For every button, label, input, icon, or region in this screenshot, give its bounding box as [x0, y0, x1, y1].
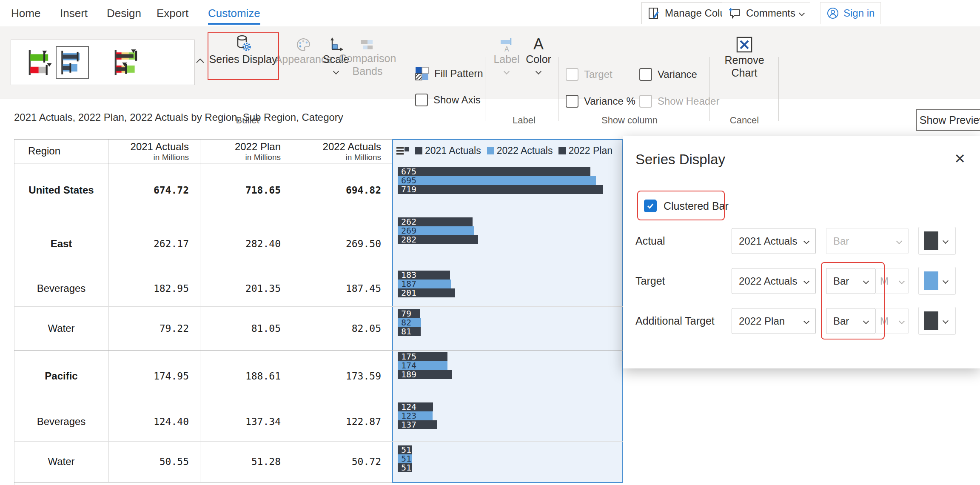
chart-bar[interactable]: 82	[398, 318, 421, 327]
series-select[interactable]: 2021 Actuals	[732, 228, 816, 254]
legend-item[interactable]: 2021 Actuals	[415, 145, 481, 157]
row-label-pacific: Pacific	[14, 350, 108, 402]
table-cell-value: 182.95	[108, 270, 189, 306]
legend-label: 2022 Actuals	[497, 145, 553, 157]
table-cell-value: 269.50	[292, 217, 381, 270]
chart-bar[interactable]: 123	[398, 411, 433, 420]
group-label-cancel: Cancel	[730, 115, 759, 126]
unit-select: M	[875, 268, 909, 294]
chevron-down-icon	[896, 238, 902, 244]
chart-bar[interactable]: 51	[398, 454, 412, 463]
table-cell-value: 124.40	[108, 402, 189, 441]
chart-bar[interactable]: 282	[398, 235, 478, 244]
person-icon	[826, 7, 839, 20]
tab-design[interactable]: Design	[107, 7, 141, 20]
bar-value-label: 183	[398, 271, 416, 280]
color-swatch-select[interactable]	[918, 307, 956, 335]
color-swatch	[924, 311, 938, 330]
target-checkbox[interactable]	[566, 68, 578, 81]
chart-bar[interactable]: 175	[398, 352, 447, 361]
chevron-down-icon	[899, 318, 905, 324]
show-header-column-toggle[interactable]: Show Header	[639, 95, 719, 108]
show-header-checkbox[interactable]	[639, 95, 652, 108]
variance-checkbox[interactable]	[639, 68, 652, 81]
chart-bar[interactable]: 183	[398, 271, 450, 280]
legend-label: 2022 Plan	[568, 145, 612, 157]
label-button[interactable]: A Label	[491, 37, 522, 74]
series-display-button[interactable]: Series Display	[210, 34, 276, 66]
chevron-down-icon	[943, 278, 949, 284]
row-label-beverages: Beverages	[14, 270, 108, 306]
table-cell-value: 674.72	[108, 163, 189, 217]
grid-hline	[14, 350, 623, 351]
clustered-bar-checkbox[interactable]	[644, 200, 657, 212]
shape-select[interactable]: Bar	[826, 268, 875, 294]
chart-bar[interactable]: 137	[398, 420, 437, 429]
variance-column-toggle[interactable]: Variance	[639, 68, 697, 81]
label-icon: A	[499, 37, 514, 53]
bar-value-label: 51	[398, 463, 411, 472]
table-cell-value: 79.22	[108, 306, 189, 350]
target-column-toggle[interactable]: Target	[566, 68, 612, 81]
chart-bar[interactable]: 79	[398, 309, 420, 318]
chart-bar[interactable]: 269	[398, 226, 474, 235]
fill-pattern-toggle[interactable]: Fill Pattern	[415, 67, 483, 80]
chart-bar[interactable]: 51	[398, 463, 412, 472]
label-label: Label	[493, 53, 519, 66]
column-header-label: 2022 Actuals	[292, 141, 381, 153]
remove-chart-button[interactable]: Remove Chart	[721, 36, 768, 79]
shape-select[interactable]: Bar	[826, 308, 875, 334]
clustered-bar-toggle[interactable]: Clustered Bar	[644, 200, 729, 212]
comments-button[interactable]: Comments	[722, 2, 810, 24]
chart-style-bullet[interactable]	[24, 46, 57, 79]
show-preview-button[interactable]: Show Preview	[916, 109, 980, 131]
legend-item[interactable]: 2022 Actuals	[487, 145, 553, 157]
chevron-down-icon	[799, 10, 805, 16]
variance-pct-checkbox[interactable]	[566, 95, 578, 108]
chart-bar[interactable]: 81	[398, 327, 421, 336]
chart-style-clustered-selected[interactable]	[56, 46, 89, 79]
chart-bar[interactable]: 262	[398, 217, 473, 226]
close-icon[interactable]: ✕	[954, 151, 966, 166]
comparison-bands-button[interactable]: Comparison Bands	[342, 37, 393, 77]
chart-bar[interactable]: 719	[398, 185, 603, 194]
chart-bar[interactable]: 695	[398, 176, 596, 185]
show-axis-checkbox[interactable]	[415, 94, 428, 106]
shape-select: Bar	[826, 228, 909, 254]
gallery-collapse-icon[interactable]	[196, 58, 204, 66]
row-label-beverages: Beverages	[14, 402, 108, 441]
grid-vline	[14, 139, 14, 485]
tab-customize[interactable]: Customize	[208, 7, 260, 25]
chart-bar[interactable]: 187	[398, 280, 451, 288]
chart-bar[interactable]: 124	[398, 402, 433, 411]
chart-style-stacked[interactable]	[110, 46, 143, 79]
legend-item[interactable]: 2022 Plan	[558, 145, 612, 157]
chart-bar[interactable]: 51	[398, 445, 412, 454]
shape-select-value: Bar	[833, 235, 849, 247]
variance-pct-column-toggle[interactable]: Variance %	[566, 95, 635, 108]
color-swatch-select[interactable]	[918, 227, 956, 255]
tab-insert[interactable]: Insert	[60, 7, 88, 20]
color-swatch-select[interactable]	[918, 267, 956, 295]
tab-export[interactable]: Export	[157, 7, 188, 20]
show-axis-label: Show Axis	[433, 94, 481, 106]
series-select[interactable]: 2022 Plan	[732, 308, 816, 334]
unit-select-value: M	[880, 315, 889, 327]
chart-bar[interactable]: 201	[398, 288, 455, 297]
chevron-down-icon	[803, 318, 809, 324]
chart-bar[interactable]: 174	[398, 361, 447, 370]
chart-bar[interactable]: 675	[398, 167, 590, 176]
chart-bar[interactable]: 189	[398, 370, 452, 379]
series-select[interactable]: 2022 Actuals	[732, 268, 816, 294]
show-axis-toggle[interactable]: Show Axis	[415, 94, 481, 106]
ribbon-divider	[709, 57, 710, 121]
sign-in-button[interactable]: Sign in	[820, 2, 881, 24]
color-button[interactable]: A Color	[524, 36, 553, 74]
app-window: Home Insert Design Export Customize Mana…	[0, 0, 980, 485]
scale-axes-icon	[328, 37, 344, 53]
tab-home[interactable]: Home	[11, 7, 40, 20]
chart-style-gallery	[11, 40, 195, 85]
chevron-down-icon	[863, 318, 869, 324]
grid-hline	[14, 482, 392, 482]
column-header-label: 2021 Actuals	[108, 141, 189, 153]
